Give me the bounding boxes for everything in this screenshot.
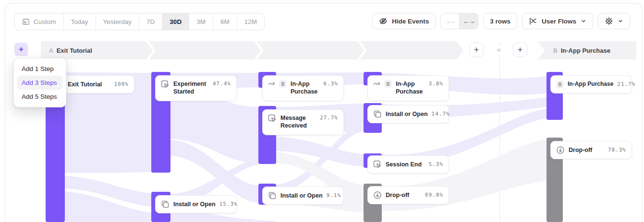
drop-off-icon [373,191,382,199]
flow-node-label: In-App Purchase [396,80,425,96]
app-windows-icon [373,110,382,118]
flow-node-card[interactable]: B In-App Purchase 3.8% [367,75,449,101]
flow-node-pct: 3.8% [429,80,444,88]
b-step-badge: B [384,80,392,88]
flow-node-pct: 14.7% [432,110,450,118]
flow-node-label: In-App Purchase [568,81,613,88]
flow-node-pct: 9.1% [327,192,341,200]
flow-node-card[interactable]: Install or Open 14.7% [367,105,449,123]
flow-node-card[interactable]: B In-App Purchase 21.7% [550,75,632,93]
flow-node-pct: 6.3% [324,80,339,88]
b-step-badge: B [556,81,564,88]
cursor-click-icon [268,114,277,123]
menu-item-add-3-steps[interactable]: Add 3 Steps [17,76,62,90]
flow-node-pct: 15.3% [219,200,238,209]
app-windows-icon [268,191,277,200]
cursor-click-icon [161,80,170,89]
drop-off-icon [556,146,565,154]
flow-node-label: Experiment Started [173,80,209,96]
flow-node-pct: 21.7% [617,81,635,89]
app-windows-icon [161,200,170,209]
flow-node-label: Drop-off [569,146,592,154]
b-step-badge: B [279,80,287,88]
flow-node-card[interactable]: Drop-off 69.8% [367,186,449,204]
flow-node-label: Drop-off [386,191,409,199]
flow-node-pct: 47.4% [213,80,231,88]
flow-node-card[interactable]: Session End 5.3% [367,155,449,174]
flow-node-label: In-App Purchase [291,80,320,96]
flow-node-label: Install or Open [386,110,428,118]
flow-node-card[interactable]: Drop-off 78.3% [550,141,632,159]
flow-node-pct: 27.7% [320,114,338,122]
add-step-menu: Add 1 Step Add 3 Steps Add 5 Steps [13,58,66,107]
flow-node-label: Session End [386,161,422,168]
menu-item-add-5-steps[interactable]: Add 5 Steps [17,90,62,104]
menu-item-add-1-step[interactable]: Add 1 Step [17,62,62,76]
flow-node-label: Install or Open [173,200,216,208]
flow-node-pct: 5.3% [429,161,444,169]
flow-node-pct: 100% [114,81,129,89]
flow-node-pct: 78.3% [608,146,626,154]
flow-node-card[interactable]: Message Received 27.7% [262,109,344,135]
cursor-click-icon [373,160,382,169]
trend-arrow-icon [373,80,380,87]
flow-node-card[interactable]: Install or Open 9.1% [262,187,344,205]
flow-node-label: Message Received [280,114,316,130]
user-flows-screen: Custom Today Yesterday 7D 30D 3M 6M 12M … [0,0,644,222]
flow-node-label: Exit Tutorial [68,81,102,88]
flow-node-label: Install or Open [280,192,323,199]
trend-arrow-icon [268,80,275,87]
flow-node-card[interactable]: B In-App Purchase 6.3% [262,75,344,101]
flow-node-pct: 69.8% [425,191,443,199]
flow-node-card[interactable]: Experiment Started 47.4% [155,75,237,101]
flow-node-card[interactable]: Install or Open 15.3% [155,195,237,213]
